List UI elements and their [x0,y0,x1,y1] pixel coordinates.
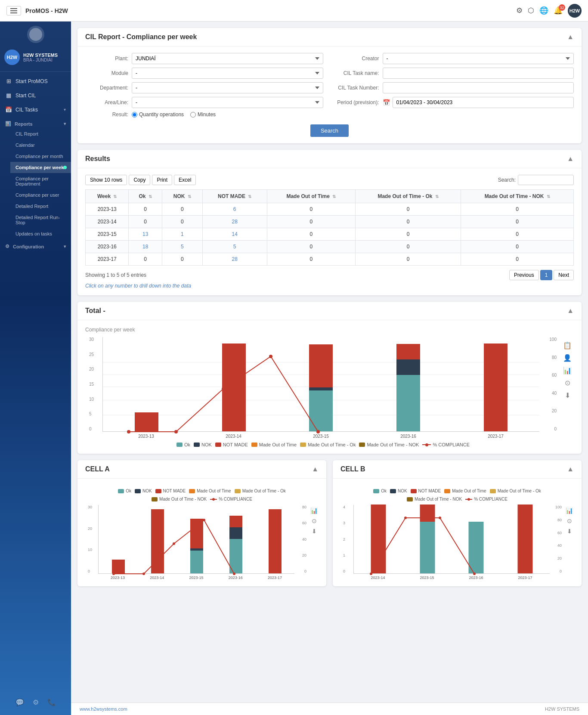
bell-icon-btn[interactable]: 🔔 32 [554,6,563,15]
cell-a-legend-nok: NOK [135,489,152,493]
sort-icon-made-oot[interactable]: ⇅ [332,194,336,199]
table-cell[interactable]: 28 [202,216,267,228]
page-1-btn[interactable]: 1 [540,270,553,280]
sidebar-item-compliance-dept[interactable]: Compliance per Department [10,173,71,189]
table-cell[interactable]: 1 [162,228,202,241]
cell-b-icon-download[interactable]: ⬇ [567,528,572,535]
cell-link[interactable]: 1 [181,231,184,237]
settings-icon-btn[interactable]: ⚙ [516,6,523,15]
cube-icon-btn[interactable]: ⬡ [528,6,534,15]
copy-btn[interactable]: Copy [129,175,150,185]
table-cell[interactable]: 0 [129,216,162,228]
sort-icon-ok[interactable]: ⇅ [149,194,152,199]
creator-select[interactable]: - [383,53,574,64]
sort-icon-not-made[interactable]: ⇅ [248,194,251,199]
sidebar-item-start-promos[interactable]: ⊞ Start ProMOS [0,74,71,88]
cell-b-collapse-btn[interactable]: ▲ [567,465,574,473]
sort-icon-nok[interactable]: ⇅ [188,194,191,199]
chart-icon-table[interactable]: 📋 [563,341,572,350]
sidebar-item-cil-report[interactable]: CIL Report [10,128,71,139]
table-cell[interactable]: 0 [162,253,202,266]
cell-link[interactable]: 28 [232,256,238,262]
globe-icon-btn[interactable]: 🌐 [539,6,548,15]
plant-select[interactable]: JUNDIAÍ [132,53,323,64]
table-cell[interactable]: 5 [162,241,202,253]
cell-a-nok-label: NOK [142,489,152,493]
period-label: Period (prevision): [336,99,379,105]
excel-btn[interactable]: Excel [174,175,196,185]
module-row: Module - [85,68,323,79]
sidebar-item-detailed-report-runstop[interactable]: Detailed Report Run-Stop [10,212,71,228]
sidebar-item-updates-tasks[interactable]: Updates on tasks [10,228,71,239]
cell-link[interactable]: 14 [232,231,238,237]
table-cell[interactable]: 18 [129,241,162,253]
sort-icon-made-oot-ok[interactable]: ⇅ [435,194,439,199]
cil-task-name-input[interactable] [383,68,574,79]
sidebar-item-cil-tasks[interactable]: 📅 CIL Tasks ▾ [0,102,71,117]
minutes-radio[interactable] [190,112,196,118]
hamburger-icon [10,8,17,13]
table-cell[interactable]: 6 [202,203,267,216]
cil-report-collapse-btn[interactable]: ▲ [567,33,574,41]
sort-icon-made-oot-nok[interactable]: ⇅ [547,194,550,199]
cell-link[interactable]: 13 [142,231,148,237]
sidebar-item-compliance-user[interactable]: Compliance per user [10,189,71,201]
table-cell[interactable]: 5 [202,241,267,253]
next-page-btn[interactable]: Next [554,270,574,280]
cell-link[interactable]: 5 [181,244,184,250]
chart-icon-bar[interactable]: 📊 [563,366,572,375]
cell-link[interactable]: 6 [233,206,236,212]
cell-a-not-made-bar-17 [269,509,282,573]
period-date-input[interactable] [393,97,574,108]
minutes-label[interactable]: Minutes [190,111,216,118]
department-select[interactable]: - [132,82,323,93]
table-cell[interactable]: 0 [129,253,162,266]
user-avatar[interactable]: H2W [568,4,582,18]
sort-icon-week[interactable]: ⇅ [113,194,117,199]
sidebar-item-compliance-month[interactable]: Compliance per month [10,151,71,162]
footer-link[interactable]: www.h2wsystems.com [80,706,127,712]
cell-a-not-made-bar-15 [190,519,203,548]
module-select[interactable]: - [132,68,323,79]
prev-page-btn[interactable]: Previous [509,270,539,280]
search-button[interactable]: Search [310,124,349,137]
print-btn[interactable]: Print [152,175,172,185]
cil-task-number-input[interactable] [383,82,574,93]
cell-a-chart-area: 3020100 806040200 [98,505,294,580]
show-rows-btn[interactable]: Show 10 rows [85,175,127,185]
cell-b-icon-filter[interactable]: ⊙ [567,517,572,524]
chart-icon-download[interactable]: ⬇ [565,391,570,399]
cell-b-icon-bar[interactable]: 📊 [566,507,573,514]
cell-link[interactable]: 18 [142,244,148,250]
settings-bottom-icon[interactable]: ⚙ [33,698,39,706]
table-cell[interactable]: 0 [129,203,162,216]
table-cell[interactable]: 13 [129,228,162,241]
cell-link[interactable]: 28 [232,219,238,225]
cell-a-collapse-btn[interactable]: ▲ [312,465,319,473]
chart-icon-filter[interactable]: ⊙ [565,379,570,387]
results-collapse-btn[interactable]: ▲ [567,155,574,163]
qty-ops-label[interactable]: Quantity operations [132,111,184,118]
cell-a-icon-bar[interactable]: 📊 [310,507,318,514]
table-search-input[interactable] [518,175,574,185]
cell-link[interactable]: 5 [233,244,236,250]
total-chart-collapse-btn[interactable]: ▲ [567,307,574,315]
chart-icon-person[interactable]: 👤 [563,354,572,362]
table-cell[interactable]: 0 [162,203,202,216]
total-chart-subtitle: Compliance per week [85,327,574,333]
sidebar-item-calendar[interactable]: Calendar [10,139,71,151]
sidebar-item-start-cil[interactable]: ▦ Start CIL [0,88,71,102]
table-cell[interactable]: 14 [202,228,267,241]
sidebar-item-compliance-week[interactable]: Compliance per week [10,162,71,173]
phone-icon[interactable]: 📞 [47,698,56,706]
sidebar-item-detailed-report[interactable]: Detailed Report [10,201,71,212]
chat-icon[interactable]: 💬 [15,698,24,706]
plant-row: Plant: JUNDIAÍ [85,53,323,64]
menu-toggle-button[interactable] [6,6,21,15]
table-cell[interactable]: 0 [162,216,202,228]
qty-ops-radio[interactable] [132,112,137,118]
area-select[interactable]: - [132,97,323,108]
cell-a-icon-filter[interactable]: ⊙ [312,517,317,524]
table-cell[interactable]: 28 [202,253,267,266]
cell-a-icon-download[interactable]: ⬇ [312,528,317,535]
